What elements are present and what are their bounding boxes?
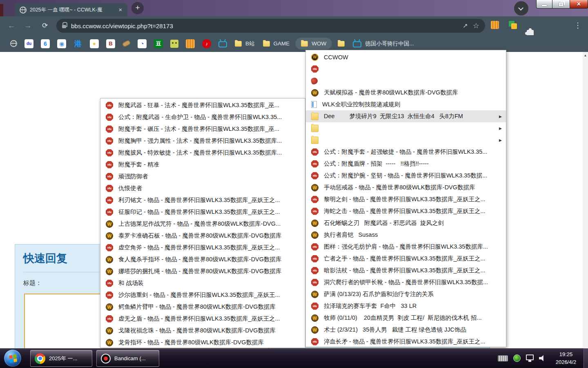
dee-submenu-item[interactable]: nfu附魔披风 - 特效敏捷 - 法术 - 魔兽世界怀旧服WLK3.35数据库.… bbox=[100, 147, 305, 159]
wow-menu-item[interactable]: nfu洞穴爬行者的锁甲长靴 - 物品 - 魔兽世界怀旧服WLK3.35数据... bbox=[306, 276, 506, 288]
wow-menu-item[interactable]: nfu黎明之剑 - 物品 - 魔兽世界怀旧服WLK3.35数据库_巫妖王之... bbox=[306, 193, 506, 205]
network-tray-icon[interactable] bbox=[526, 355, 534, 360]
wow-menu-item[interactable]: W术士 (2/3/21) 35兽人男 裁缝 工程 绿色透镜 JJC饰品 bbox=[306, 324, 506, 336]
share-icon[interactable]: ↗ bbox=[463, 22, 468, 29]
tab-title-fade bbox=[105, 7, 116, 14]
restore-button[interactable] bbox=[552, 0, 570, 9]
tab-close-icon[interactable]: × bbox=[117, 6, 124, 13]
keyboard-tray-icon[interactable] bbox=[498, 355, 508, 361]
reload-button[interactable]: ⟳ bbox=[39, 20, 51, 31]
start-button[interactable] bbox=[4, 349, 22, 367]
bookmark-item-label: 附魔武器 - 狂暴 - 法术 - 魔兽世界怀旧服WLK3.35数据库_巫... bbox=[118, 101, 301, 109]
wow-menu-item[interactable]: nfu bbox=[306, 63, 506, 75]
bookmark-tiger-icon[interactable] bbox=[186, 39, 195, 48]
bookmark-bilibili-icon[interactable] bbox=[218, 41, 227, 47]
wow-menu-item[interactable]: WLK全职业控制技能递减规则 bbox=[306, 99, 506, 110]
dee-submenu-item[interactable]: nfu虚无之盾 - 物品 - 魔兽世界怀旧服WLK3.35数据库_巫妖王之... bbox=[100, 313, 305, 325]
bookmark-star-icon[interactable]: ☆ bbox=[473, 21, 479, 30]
dee-submenu-item[interactable]: nfu沙尔德重剑 - 物品 - 魔兽世界怀旧服WLK3.35数据库_巫妖王... bbox=[100, 289, 305, 301]
wow-menu-item[interactable]: nfu亡者之手 - 物品 - 魔兽世界怀旧服WLK3.35数据库_巫妖王之... bbox=[306, 253, 506, 265]
dee-submenu-item[interactable]: W戈隆祝福念珠 - 物品 - 魔兽世界80级WLK数据库-DVG数据库 bbox=[100, 325, 305, 337]
wow-menu-item[interactable]: ▶ bbox=[306, 134, 506, 146]
wow-menu-item[interactable]: WCCWOW bbox=[306, 51, 506, 63]
bandicam-record-tray-icon[interactable] bbox=[513, 355, 521, 362]
bookmark-face-icon[interactable] bbox=[170, 40, 178, 48]
dee-submenu-item[interactable]: nfu征服印记 - 物品 - 魔兽世界怀旧服WLK3.35数据库_巫妖王之... bbox=[100, 206, 305, 218]
bookmark-blue-badge-icon[interactable]: ◉ bbox=[57, 39, 66, 48]
wow-menu-item[interactable]: nfu暗影法杖 - 物品 - 魔兽世界怀旧服WLK3.35数据库_巫妖王之... bbox=[306, 265, 506, 276]
wow-menu-item[interactable]: nfu拉泽瑞克的赛车手套 F命中 33 LR bbox=[306, 300, 506, 312]
dee-submenu-item[interactable]: W上古德莱尼作战咒符 - 物品 - 魔兽世界80级WLK数据库-DVG... bbox=[100, 218, 305, 230]
tiger-extension-icon[interactable] bbox=[491, 21, 499, 29]
wow-menu-item[interactable]: W天赋模拟器 - 魔兽世界80级WLK数据库-DVG数据库 bbox=[306, 87, 506, 99]
wow-menu-item[interactable]: W萨满 (0/13/23) 石爪护盾和治疗专注的关系 bbox=[306, 288, 506, 300]
bookmark-six-video-icon[interactable]: 6 bbox=[41, 39, 50, 48]
wow-menu-item[interactable]: W执行者肩铠 Susass bbox=[306, 229, 506, 241]
bookmark-item-label: 沙尔德重剑 - 物品 - 魔兽世界怀旧服WLK3.35数据库_巫妖王... bbox=[118, 291, 301, 299]
bookmark-baidu-icon[interactable]: du bbox=[24, 39, 33, 48]
bookmark-photo-icon[interactable]: ● bbox=[90, 39, 99, 48]
bookmark-folder-bzhan[interactable]: B站 bbox=[235, 40, 255, 47]
close-button[interactable]: × bbox=[570, 0, 588, 9]
dee-submenu-item[interactable]: nfu公式：附魔武器 - 生命护卫 - 物品 - 魔兽世界怀旧服WLK3.35.… bbox=[100, 111, 305, 123]
wow-menu-item[interactable]: nfu淬血长矛 - 物品 - 魔兽世界怀旧服WLK3.35数据库_巫妖王之... bbox=[306, 336, 506, 348]
bookmark-folder-game[interactable]: GAME bbox=[263, 40, 290, 47]
volume-tray-icon[interactable] bbox=[539, 355, 546, 362]
dee-submenu-item[interactable]: W娜塔莎的捆扎绳 - 物品 - 魔兽世界80级WLK数据库-DVG数据库 bbox=[100, 265, 305, 277]
taskbar-bandicam-button[interactable]: Bandicam (... bbox=[96, 350, 159, 367]
dee-submenu-item[interactable]: nfu仇恨使者 bbox=[100, 182, 305, 194]
wow-menu-item[interactable] bbox=[306, 75, 506, 87]
bookmark-netease-music-icon[interactable]: ♪ bbox=[202, 39, 211, 48]
address-bar[interactable]: bbs.ccwow.cc/viewtopic.php?t=28173 ↗ ☆ bbox=[56, 19, 485, 33]
wow-menu-item[interactable]: nfu海蛇之击 - 物品 - 魔兽世界怀旧服WLK3.35数据库_巫妖王之... bbox=[306, 205, 506, 217]
bookmark-douban-icon[interactable]: 豆 bbox=[154, 39, 163, 48]
dee-submenu-item[interactable]: nfu附魔武器 - 狂暴 - 法术 - 魔兽世界怀旧服WLK3.35数据库_巫.… bbox=[100, 99, 305, 111]
browser-tab[interactable]: 2025年 一血 嘿嘿~ - CCWLK-魔 × bbox=[15, 3, 127, 16]
dee-submenu-item[interactable]: W鳄鱼鳞片臂甲 - 物品 - 魔兽世界80级WLK数据库-DVG数据库 bbox=[100, 301, 305, 313]
notes-extension-icon[interactable] bbox=[509, 21, 517, 29]
dee-submenu-item[interactable]: nfu虚空角斧 - 物品 - 魔兽世界怀旧服WLK3.35数据库_巫妖王之... bbox=[100, 242, 305, 254]
wow-menu-item[interactable]: W牧师 (0/11/0) 20血精灵男 剥皮 工程/ 斯尼德的伐木机 招... bbox=[306, 312, 506, 324]
show-desktop-button[interactable] bbox=[584, 348, 588, 368]
bookmark-item-label: 龙骨指环 - 物品 - 魔兽世界80级WLK数据库-DVG数据库 bbox=[118, 339, 301, 346]
taskbar-clock[interactable]: 19:25 2026/4/2 bbox=[551, 350, 581, 366]
dee-submenu-item[interactable]: nfu和 战场装 bbox=[100, 277, 305, 289]
new-tab-button[interactable]: + bbox=[131, 2, 144, 14]
wow-menu-item[interactable]: nfu公式：附魔盾牌 - 招架 ----- !!格挡!!----- bbox=[306, 158, 506, 170]
scroll-up-arrow-icon[interactable]: ▲ bbox=[583, 52, 588, 57]
bookmark-globe-icon[interactable] bbox=[10, 40, 17, 47]
wow-menu-item[interactable]: W石化蜥蜴之刃 附魔武器 - 邪恶武器 旋风之剑 bbox=[306, 217, 506, 229]
dee-submenu-item[interactable]: nfu利刃铭文 - 物品 - 魔兽世界怀旧服WLK3.35数据库_巫妖王之... bbox=[100, 194, 305, 206]
bookmark-folder-unnamed[interactable] bbox=[338, 41, 345, 47]
wow-menu-item[interactable]: nfu公式：附魔手套 - 超强敏捷 - 物品 - 魔兽世界怀旧服WLK3.35.… bbox=[306, 146, 506, 158]
url-text[interactable]: bbs.ccwow.cc/viewtopic.php?t=28173 bbox=[71, 22, 458, 29]
tab-search-button[interactable] bbox=[514, 1, 528, 16]
dee-submenu-item[interactable]: nfu附魔手套 - 精准 bbox=[100, 159, 305, 171]
wow-menu-item[interactable]: nfu图样：强化毛纺护肩 - 物品 - 魔兽世界怀旧服WLK3.35数据库... bbox=[306, 241, 506, 253]
forward-button[interactable]: → bbox=[22, 20, 33, 31]
browser-menu-button[interactable]: ⋮ bbox=[574, 21, 581, 30]
dee-submenu-item[interactable]: W泰罗卡准确石板 - 物品 - 魔兽世界80级WLK数据库-DVG数据库 bbox=[100, 230, 305, 242]
page-scrollbar[interactable]: ▲ bbox=[583, 52, 588, 348]
bookmark-peanut-icon[interactable] bbox=[122, 40, 131, 47]
back-button[interactable]: ← bbox=[6, 20, 17, 31]
bookmark-clock-pie-icon[interactable]: ◔ bbox=[138, 39, 147, 48]
bookmark-folder-wow[interactable]: WOW bbox=[295, 38, 332, 49]
dee-submenu-item[interactable]: nfu附魔手套 - 碾压 - 法术 - 魔兽世界怀旧服WLK3.35数据库_巫.… bbox=[100, 123, 305, 135]
bookmark-gang-icon[interactable]: 港 bbox=[74, 39, 82, 48]
dee-submenu-item[interactable]: W龙骨指环 - 物品 - 魔兽世界80级WLK数据库-DVG数据库 bbox=[100, 337, 305, 348]
bookmark-jb-icon[interactable]: B bbox=[106, 39, 115, 48]
dee-submenu-item[interactable]: nfu顽强防御者 bbox=[100, 171, 305, 182]
bookmark-item-label: 和 战场装 bbox=[118, 279, 301, 287]
bookmark-item-label: 石化蜥蜴之刃 附魔武器 - 邪恶武器 旋风之剑 bbox=[324, 219, 502, 227]
wow-menu-item[interactable]: W手动惩戒器 - 物品 - 魔兽世界80级WLK数据库-DVG数据库 bbox=[306, 182, 506, 193]
dee-submenu-item[interactable]: W食人魔杀手指环 - 物品 - 魔兽世界80级WLK数据库-DVG数据库 bbox=[100, 254, 305, 265]
taskbar-chrome-button[interactable]: 2025年 一... bbox=[30, 350, 92, 367]
minimize-button[interactable] bbox=[536, 0, 552, 9]
wow-menu-item[interactable]: ▶ bbox=[306, 122, 506, 134]
wow-menu-item[interactable]: nfu公式：附魔护腕 - 坚韧 - 物品 - 魔兽世界怀旧服WLK3.35数据.… bbox=[306, 170, 506, 182]
bookmark-site[interactable]: 德国小哥骑行中国... bbox=[353, 40, 414, 47]
wow-menu-item[interactable]: Dee 梦境碎片9 无限尘13 永恒生命4 头8力FM▶ bbox=[306, 110, 506, 122]
bookmark-item-label: 附魔手套 - 碾压 - 法术 - 魔兽世界怀旧服WLK3.35数据库_巫... bbox=[118, 125, 301, 133]
dee-submenu-item[interactable]: nfu附魔胸甲 - 强力属性 - 法术 - 魔兽世界怀旧服WLK3.35数据库.… bbox=[100, 135, 305, 147]
